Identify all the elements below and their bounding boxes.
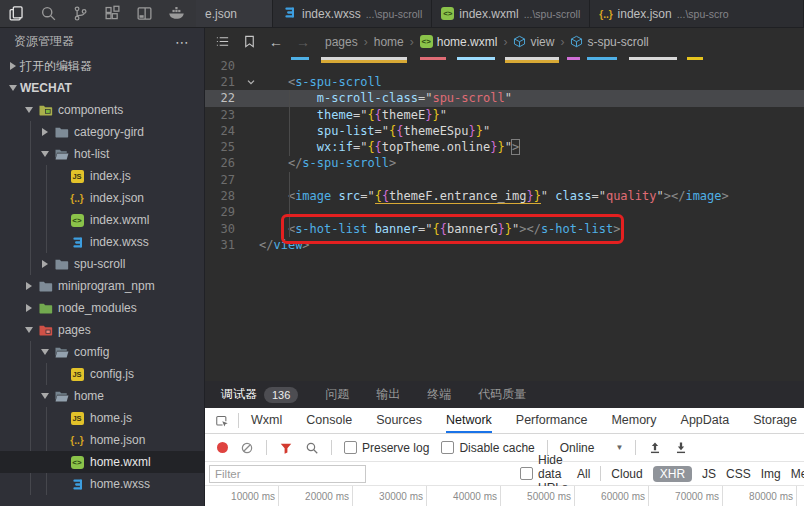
tree-item-index-wxss[interactable]: index.wxss (0, 231, 204, 253)
more-actions-icon[interactable]: ⋯ (175, 34, 190, 50)
breadcrumb-item-home[interactable]: home (374, 35, 404, 49)
search-icon[interactable] (305, 441, 319, 455)
network-filter-row: Hide data URLs AllCloudXHRJSCSSImgMediaF… (205, 462, 804, 486)
extensions-icon[interactable] (96, 0, 128, 28)
code-line-25[interactable]: 25 wx:if="{{topTheme.online}}"> (205, 139, 804, 155)
files-icon[interactable] (0, 0, 32, 28)
filter-funnel-icon[interactable] (279, 441, 293, 455)
panel-tab-输出[interactable]: 输出 (376, 386, 400, 403)
devtools-tab-wxml[interactable]: Wxml (251, 408, 282, 433)
breadcrumb-item-s-spu-scroll[interactable]: s-spu-scroll (570, 35, 648, 49)
editor-tab-e-json[interactable]: e.json (196, 0, 273, 27)
tree-item-index-wxml[interactable]: <>index.wxml (0, 209, 204, 231)
code-line-20[interactable]: 20 (205, 55, 804, 74)
devtools-tab-storage[interactable]: Storage (753, 408, 797, 433)
tree-item-config-js[interactable]: JSconfig.js (0, 363, 204, 385)
separator (331, 440, 332, 455)
devtools-tab-sources[interactable]: Sources (376, 408, 422, 433)
hide-data-urls-checkbox[interactable] (520, 467, 533, 480)
tree-item-category-gird[interactable]: category-gird (0, 121, 204, 143)
disable-cache-checkbox[interactable] (441, 441, 454, 454)
docker-icon[interactable] (160, 0, 192, 28)
separator (635, 440, 636, 455)
tree-item-label: home.js (90, 411, 132, 425)
panel-tab-代码质量[interactable]: 代码质量 (478, 386, 526, 403)
tree-item-spu-scroll[interactable]: spu-scroll (0, 253, 204, 275)
fold-spacer (243, 204, 259, 220)
devtools-tab-console[interactable]: Console (306, 408, 352, 433)
clipped-code-fragment (291, 57, 309, 60)
tree-item-home-js[interactable]: JShome.js (0, 407, 204, 429)
tree-item-comfig[interactable]: comfig (0, 341, 204, 363)
editor-tab-index-wxml[interactable]: <>index.wxml...\spu-scroll (432, 0, 590, 27)
devtools-tab-appdata[interactable]: AppData (681, 408, 730, 433)
tree-item-node-modules[interactable]: node_modules (0, 297, 204, 319)
code-line-23[interactable]: 23 theme="{{themeE}}" (205, 107, 804, 123)
tree-item-home[interactable]: home (0, 385, 204, 407)
activity-bar (0, 0, 196, 27)
devtools-tab-memory[interactable]: Memory (611, 408, 656, 433)
type-filter-css[interactable]: CSS (726, 467, 751, 481)
wxss-icon (68, 476, 86, 492)
tree-item-components[interactable]: components (0, 99, 204, 121)
tree-item-index-js[interactable]: JSindex.js (0, 165, 204, 187)
code-line-22[interactable]: 22 m-scroll-class="spu-scroll" (205, 90, 804, 106)
code-line-24[interactable]: 24 spu-list="{{themeESpu}}" (205, 123, 804, 139)
code-editor[interactable]: 2021 <s-spu-scroll22 m-scroll-class="spu… (205, 55, 804, 381)
back-arrow-icon[interactable]: ← (267, 34, 285, 50)
panel-tab-问题[interactable]: 问题 (325, 386, 349, 403)
type-filter-js[interactable]: JS (702, 467, 716, 481)
bookmark-icon[interactable] (240, 34, 258, 49)
inspect-element-icon[interactable] (215, 414, 229, 428)
timeline-tick: 70000 ms (649, 486, 723, 506)
record-button[interactable] (217, 442, 228, 453)
preserve-log-option[interactable]: Preserve log (344, 441, 429, 455)
code-line-26[interactable]: 26 </s-spu-scroll> (205, 155, 804, 171)
type-filter-all[interactable]: All (577, 467, 590, 481)
breadcrumb-item-pages[interactable]: pages (325, 35, 358, 49)
source-control-icon[interactable] (64, 0, 96, 28)
tree-item-pages[interactable]: pages (0, 319, 204, 341)
panel-tab-调试器[interactable]: 调试器136 (221, 386, 298, 403)
type-filter-cloud[interactable]: Cloud (611, 467, 642, 481)
chevron-down-icon (6, 85, 20, 91)
tree-item-打开的编辑器[interactable]: 打开的编辑器 (0, 55, 204, 77)
forward-arrow-icon[interactable]: → (294, 34, 312, 50)
code-line-21[interactable]: 21 <s-spu-scroll (205, 74, 804, 90)
tree-item-miniprogram-npm[interactable]: miniprogram_npm (0, 275, 204, 297)
import-har-icon[interactable] (648, 441, 662, 455)
code-line-30[interactable]: 30 <s-hot-list banner="{{bannerG}}"></s-… (205, 221, 804, 237)
tree-item-home-json[interactable]: {..}home.json (0, 429, 204, 451)
editor-tab-index-json[interactable]: {..}index.json...\spu-scro (590, 0, 804, 27)
tree-item-home-wxml[interactable]: <>home.wxml (0, 451, 204, 473)
tree-item-wechat[interactable]: WECHAT (0, 77, 204, 99)
outline-icon[interactable] (213, 34, 231, 49)
tree-item-hot-list[interactable]: hot-list (0, 143, 204, 165)
tree-item-home-wxss[interactable]: home.wxss (0, 473, 204, 495)
fold-chevron-icon[interactable] (243, 74, 259, 90)
preserve-log-checkbox[interactable] (344, 441, 357, 454)
devtools-tab-performance[interactable]: Performance (516, 408, 588, 433)
code-line-28[interactable]: 28 <image src="{{themeF.entrance_img}}" … (205, 188, 804, 204)
type-filter-img[interactable]: Img (761, 467, 781, 481)
tree-item-label: index.json (90, 191, 144, 205)
search-icon[interactable] (32, 0, 64, 28)
fold-spacer (243, 188, 259, 204)
type-filter-xhr[interactable]: XHR (653, 466, 692, 482)
code-line-31[interactable]: 31</view> (205, 237, 804, 253)
code-line-27[interactable]: 27 (205, 172, 804, 188)
filter-input[interactable] (209, 465, 366, 483)
folder-components-icon (36, 102, 54, 118)
clear-icon[interactable] (240, 441, 254, 455)
export-har-icon[interactable] (674, 441, 688, 455)
breadcrumb-item-home-wxml[interactable]: <>home.wxml (420, 35, 498, 49)
layout-icon[interactable] (128, 0, 160, 28)
devtools-tab-network[interactable]: Network (446, 408, 492, 433)
editor-tab-index-wxss[interactable]: index.wxss...\spu-scroll (273, 0, 432, 27)
throttling-select[interactable]: Online ▼ (560, 441, 624, 455)
tree-item-index-json[interactable]: {..}index.json (0, 187, 204, 209)
panel-tab-终端[interactable]: 终端 (427, 386, 451, 403)
breadcrumb-item-view[interactable]: view (513, 35, 554, 49)
type-filter-media[interactable]: Media (791, 467, 804, 481)
code-line-29[interactable]: 29 (205, 204, 804, 220)
